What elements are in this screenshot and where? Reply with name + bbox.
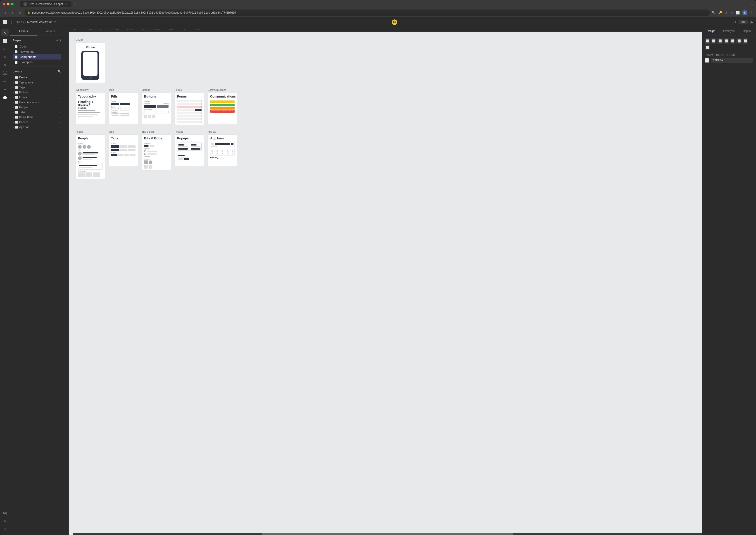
rect-tool[interactable]: ▭: [1, 45, 9, 52]
tab-layers[interactable]: Layers: [10, 27, 37, 36]
layer-item-buttons[interactable]: ▸ ⬜ Buttons ∨: [10, 90, 64, 95]
distribute-v-button[interactable]: ⬜: [705, 44, 710, 50]
frame-tabs: Tabs Tabs 3 Tabs: [109, 130, 138, 166]
canvas-bg-value[interactable]: E8E9EA: [711, 58, 753, 63]
curve-tool[interactable]: 〰: [1, 86, 9, 93]
url-bar[interactable]: 🔒 penpot.navios.biz/#/workspace/d9bb0b2b…: [24, 10, 710, 16]
list-text1: [83, 152, 102, 156]
align-right-button[interactable]: ⬜: [717, 38, 723, 44]
layer-item-people[interactable]: ▸ ⬜ People ∨: [10, 105, 64, 110]
grid-tool[interactable]: ⊞: [1, 526, 9, 533]
popup2: [190, 143, 202, 151]
layer-item-typography[interactable]: ▸ ⬜ Typography ∨: [10, 80, 64, 85]
align-left-button[interactable]: ⬜: [705, 38, 710, 44]
play-button[interactable]: ▶: [751, 20, 753, 24]
page-item-cover[interactable]: 📄 Cover: [13, 44, 61, 49]
layer-item-popups[interactable]: ▸ ⬜ Popups ∨: [10, 120, 64, 125]
device-card[interactable]: Phone: [75, 42, 105, 83]
image-tool[interactable]: 🖼: [1, 70, 9, 77]
people-card[interactable]: People Avatars List: [75, 134, 105, 179]
add-page-button[interactable]: +: [56, 39, 58, 42]
extensions-button[interactable]: 🔑: [718, 11, 722, 14]
tabs-card[interactable]: Tabs 3 Tabs: [109, 134, 138, 166]
chevron-icon: ▸: [13, 86, 14, 89]
layer-item-bits-bobs[interactable]: ▸ ⬜ Bits & Bobs ∨: [10, 115, 64, 120]
reload-button[interactable]: ↻: [17, 11, 23, 14]
tab-inactive1: [120, 145, 127, 148]
typography-tool[interactable]: Ag: [1, 510, 9, 517]
ruler-mark: -2500: [110, 28, 123, 31]
search-browser-button[interactable]: 🔍: [712, 11, 716, 14]
menu-button[interactable]: ⋮: [750, 11, 753, 14]
buttons-card[interactable]: Buttons Primary Enabled Finished: [142, 93, 171, 124]
bits-card[interactable]: Bits & Bobs Switches Options: [142, 134, 171, 171]
file-options-button[interactable]: ⊞: [54, 21, 56, 24]
popups-card[interactable]: Popups: [175, 134, 204, 166]
browser-tab[interactable]: NAVIOS Wireframe - Penpot ✕: [20, 1, 71, 7]
ruler-vertical: [64, 27, 69, 535]
frame-icon: ⬜: [15, 81, 18, 84]
new-tab-button[interactable]: +: [73, 2, 75, 6]
communications-card[interactable]: Communications This is a warning message…: [208, 93, 237, 124]
forward-button[interactable]: ›: [10, 11, 15, 14]
appbar-card[interactable]: App bars: [208, 134, 237, 166]
layer-item-device[interactable]: ▸ ⬜ Device: [10, 75, 64, 80]
fill-tool[interactable]: ◎: [1, 518, 9, 525]
frame-tool[interactable]: ⬜: [1, 37, 9, 44]
text-tool[interactable]: A: [1, 62, 9, 69]
layer-item-communications[interactable]: ▸ ⬜ Communications ∨: [10, 100, 64, 105]
align-top-button[interactable]: ⬜: [724, 38, 729, 44]
frame-appbar: App bar App bars: [208, 130, 237, 166]
tab-strip-button[interactable]: ⬜: [736, 11, 740, 14]
bookmark-button[interactable]: ☆: [730, 11, 733, 14]
minimize-button[interactable]: [7, 3, 10, 5]
layer-item-forms[interactable]: ▸ ⬜ Forms ∨: [10, 95, 64, 100]
collapse-pages-button[interactable]: ∨: [59, 39, 61, 42]
canvas-bg-swatch[interactable]: [705, 58, 709, 63]
align-center-v-button[interactable]: ⬜: [730, 38, 735, 44]
page-item-how-to-use[interactable]: 📄 How to use: [13, 49, 61, 54]
pill-light2: [120, 113, 130, 116]
align-bottom-button[interactable]: ⬜: [736, 38, 742, 44]
appbar-preview2: [210, 149, 234, 155]
select-tool[interactable]: ↖: [1, 29, 9, 36]
canvas-area[interactable]: -4300 -3500 -3000 -2500 -2000 -1500 -100…: [64, 27, 702, 535]
pills-card[interactable]: Pills People Score: [109, 93, 138, 124]
form-row-1: [177, 100, 202, 102]
user-avatar[interactable]: S: [742, 10, 747, 15]
tab-prototype[interactable]: Prototype: [720, 27, 738, 35]
history-button[interactable]: ↺: [733, 20, 736, 24]
layer-item-tabs[interactable]: ▸ ⬜ Tabs ∨: [10, 110, 64, 115]
tab-inspect[interactable]: Inspect: [738, 27, 756, 35]
scrollbar-thumb[interactable]: [262, 533, 513, 535]
distribute-h-button[interactable]: ⬜: [742, 38, 748, 44]
downloads-button[interactable]: ⬇: [725, 11, 727, 14]
form-field3: [177, 109, 194, 111]
frame-label-tags: Tags: [109, 89, 138, 91]
pen-tool[interactable]: ✏: [1, 78, 9, 85]
btn-icon1: [144, 115, 147, 118]
comment-tool[interactable]: 💬: [1, 94, 9, 101]
phone-screen: [83, 52, 97, 76]
back-button[interactable]: ‹: [3, 11, 8, 14]
page-item-components[interactable]: 📄 Components: [13, 54, 61, 60]
tab-close-button[interactable]: ✕: [65, 3, 68, 6]
maximize-button[interactable]: [11, 3, 14, 5]
tab-design[interactable]: Design: [702, 27, 720, 35]
ellipse-tool[interactable]: ○: [1, 53, 9, 61]
close-button[interactable]: [3, 3, 5, 5]
zoom-control[interactable]: 20%: [739, 20, 748, 24]
layer-item-appbar[interactable]: ▸ ⬜ App bar ∨: [10, 125, 64, 130]
align-center-h-button[interactable]: ⬜: [711, 38, 716, 44]
layer-item-tags[interactable]: ▸ ⬜ Tags ∨: [10, 85, 64, 90]
horizontal-scrollbar[interactable]: [73, 533, 702, 535]
tab-assets[interactable]: Assets: [37, 27, 64, 36]
people-list-item1: [78, 152, 102, 156]
breadcrumb-drafts[interactable]: Drafts: [16, 20, 24, 24]
main-menu-button[interactable]: ⋮: [10, 20, 13, 24]
forms-card[interactable]: Forms: [175, 93, 204, 125]
typography-card[interactable]: Typography Heading 1 Heading 2 Heading: [75, 93, 105, 124]
search-layers-button[interactable]: 🔍: [58, 70, 61, 73]
page-item-examples[interactable]: 📄 Examples: [13, 60, 61, 65]
canvas-content: Device Phone: [69, 32, 702, 535]
